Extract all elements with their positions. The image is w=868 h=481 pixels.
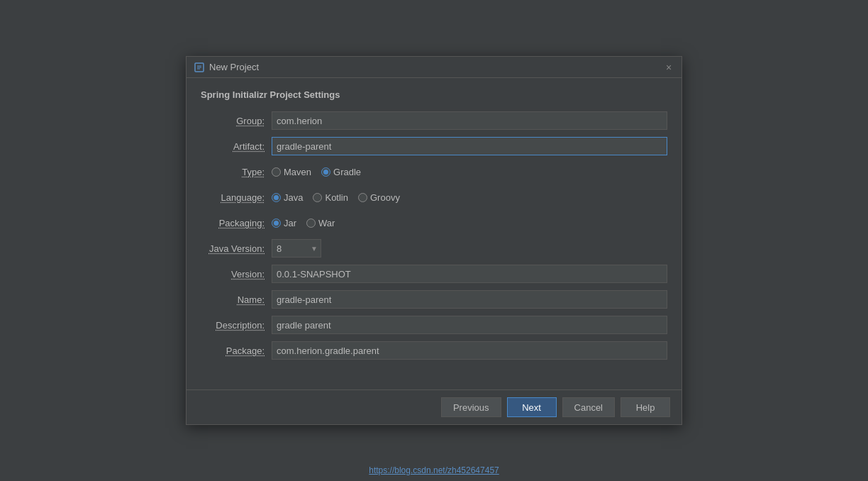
type-maven-label: Maven (284, 167, 311, 177)
group-label: Group: (201, 116, 272, 126)
artifact-input[interactable] (272, 137, 667, 155)
artifact-row: Artifact: (201, 137, 667, 155)
description-input[interactable] (272, 316, 667, 334)
language-java-option[interactable]: Java (272, 192, 303, 203)
version-label: Version: (201, 269, 272, 280)
packaging-row: Packaging: Jar War (201, 214, 667, 232)
language-kotlin-option[interactable]: Kotlin (313, 192, 348, 203)
new-project-dialog: New Project × Spring Initializr Project … (186, 56, 682, 425)
help-button[interactable]: Help (621, 397, 670, 417)
type-row: Type: Maven Gradle (201, 162, 667, 181)
packaging-war-radio[interactable] (306, 219, 316, 228)
language-kotlin-label: Kotlin (325, 192, 348, 203)
packaging-war-option[interactable]: War (306, 218, 335, 228)
packaging-jar-radio[interactable] (272, 219, 281, 228)
package-input[interactable] (272, 341, 667, 360)
packaging-war-label: War (318, 218, 335, 228)
language-kotlin-radio[interactable] (313, 193, 322, 202)
packaging-jar-option[interactable]: Jar (272, 218, 296, 228)
java-version-row: Java Version: 8 11 17 ▼ (201, 239, 667, 258)
packaging-jar-label: Jar (284, 218, 296, 228)
name-label: Name: (201, 294, 272, 305)
new-project-icon (194, 62, 205, 73)
next-button[interactable]: Next (507, 397, 557, 417)
java-version-label: Java Version: (201, 243, 272, 254)
packaging-label: Packaging: (201, 218, 272, 228)
type-radio-group: Maven Gradle (272, 167, 361, 177)
group-input[interactable] (272, 111, 667, 130)
language-java-label: Java (284, 192, 303, 203)
group-row: Group: (201, 111, 667, 130)
package-row: Package: (201, 341, 667, 360)
close-button[interactable]: × (663, 62, 674, 73)
language-row: Language: Java Kotlin Groovy (201, 188, 667, 206)
version-input[interactable] (272, 265, 667, 283)
dialog-titlebar: New Project × (187, 57, 681, 78)
java-version-select[interactable]: 8 11 17 (272, 239, 321, 258)
type-maven-option[interactable]: Maven (272, 167, 311, 177)
language-groovy-radio[interactable] (358, 193, 367, 202)
description-label: Description: (201, 320, 272, 331)
type-maven-radio[interactable] (272, 167, 281, 177)
name-row: Name: (201, 290, 667, 309)
dialog-footer: Previous Next Cancel Help (187, 389, 681, 424)
type-label: Type: (201, 167, 272, 177)
artifact-label: Artifact: (201, 141, 272, 152)
language-label: Language: (201, 192, 272, 203)
java-version-select-wrapper: 8 11 17 ▼ (272, 239, 321, 258)
language-java-radio[interactable] (272, 193, 281, 202)
section-title: Spring Initializr Project Settings (201, 89, 667, 100)
dialog-title-left: New Project (194, 62, 259, 73)
name-input[interactable] (272, 290, 667, 309)
type-gradle-radio[interactable] (321, 167, 330, 177)
dialog-body: Spring Initializr Project Settings Group… (187, 78, 681, 409)
watermark-url[interactable]: https://blog.csdn.net/zh452647457 (369, 465, 499, 475)
dialog-overlay: New Project × Spring Initializr Project … (0, 0, 868, 481)
type-gradle-option[interactable]: Gradle (321, 167, 361, 177)
version-row: Version: (201, 265, 667, 283)
language-groovy-label: Groovy (370, 192, 400, 203)
package-label: Package: (201, 345, 272, 356)
packaging-radio-group: Jar War (272, 218, 335, 228)
language-radio-group: Java Kotlin Groovy (272, 192, 400, 203)
description-row: Description: (201, 316, 667, 334)
language-groovy-option[interactable]: Groovy (358, 192, 400, 203)
dialog-title: New Project (209, 62, 259, 72)
type-gradle-label: Gradle (333, 167, 361, 177)
cancel-button[interactable]: Cancel (562, 397, 615, 417)
previous-button[interactable]: Previous (441, 397, 501, 417)
